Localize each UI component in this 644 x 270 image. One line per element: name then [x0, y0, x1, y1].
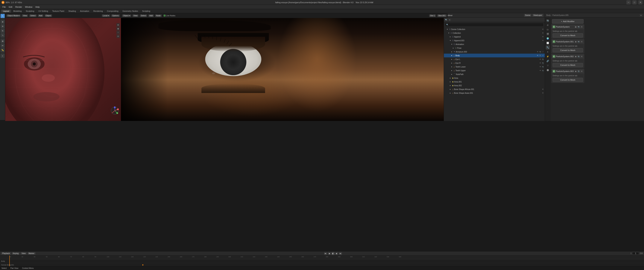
outliner-filter-btn[interactable]: 🔍 — [444, 18, 448, 21]
menu-render[interactable]: Render — [14, 6, 24, 9]
physics-properties-icon[interactable]: ⚡ — [546, 54, 550, 59]
modifier-2-delete[interactable]: ✕ — [580, 55, 583, 58]
outliner-teeth-lower[interactable]: ▸ △ Teeth Lower 👁 📷 — [444, 65, 545, 69]
minimize-button[interactable]: ─ — [626, 0, 630, 5]
current-frame-input[interactable] — [632, 252, 639, 255]
menu-file[interactable]: File — [1, 6, 7, 9]
marker-menu[interactable]: Marker — [28, 252, 36, 255]
move-tool-button[interactable]: ✛ — [0, 24, 5, 28]
outliner-scene-collection[interactable]: ▾ ⬡ Scene Collection 👁 — [444, 27, 545, 31]
eye-r-render[interactable]: 📷 — [542, 62, 544, 64]
bone-asian-vis[interactable]: 👁 — [542, 92, 544, 94]
view-layer-properties-icon[interactable]: 🗂 — [546, 27, 550, 32]
outliner-display-mode[interactable]: ≡ — [448, 18, 451, 21]
outliner-eye-l[interactable]: ▸ △ Eye L 👁 📷 — [444, 57, 545, 61]
outliner-bone-shape-asian[interactable]: ▸ △ Bone Shape Asian.001 👁 — [444, 91, 545, 95]
outliner-area[interactable]: ▸ ◉ Area — [444, 76, 545, 80]
modifier-3-realtime[interactable]: ◉ — [574, 70, 577, 73]
tab-uv-editing[interactable]: UV Editing — [36, 10, 50, 13]
tab-sculpting[interactable]: Sculpting — [24, 10, 36, 13]
modifier-1-render[interactable]: 📷 — [577, 40, 580, 43]
eye-l-render[interactable]: 📷 — [542, 58, 544, 60]
viewport-add-menu[interactable]: Add — [38, 15, 44, 17]
jump-end-button[interactable]: ⏭ — [339, 252, 342, 255]
material-properties-icon[interactable]: ⬤ — [546, 68, 550, 72]
modifier-properties-icon[interactable]: 🔧 — [546, 45, 550, 50]
outliner-animation[interactable]: ▾ ⬡ Animation — [444, 42, 545, 46]
outliner-nutspath[interactable]: ▸ ⌒ NutsPath — [444, 72, 545, 76]
keying-menu[interactable]: Keying — [12, 252, 20, 255]
outliner-eye-r[interactable]: ▸ △ Eye R 👁 📷 — [444, 61, 545, 65]
scene-selector[interactable]: Scene — [524, 14, 532, 17]
modifier-1-convert-btn[interactable]: Convert to Mesh — [553, 48, 583, 52]
modifier-2-header[interactable]: ✦ ParticleSystem.002 ◉ 📷 ✕ — [552, 54, 584, 59]
menu-edit[interactable]: Edit — [8, 6, 14, 9]
tab-modeling[interactable]: Modeling — [12, 10, 24, 13]
rendered-skin-button[interactable]: Skin.001 — [437, 15, 447, 17]
viewport-gizmo-left[interactable]: X Y Z — [110, 106, 120, 115]
constraints-properties-icon[interactable]: 🔗 — [546, 59, 550, 63]
menu-window[interactable]: Window — [24, 6, 34, 9]
outliner-area-002[interactable]: ▸ ◉ Area.002 — [444, 84, 545, 87]
close-button[interactable]: ✕ — [638, 0, 642, 5]
eye-r-vis[interactable]: 👁 — [539, 62, 542, 64]
live-nodes-checkbox[interactable] — [164, 15, 166, 17]
viewport-view-menu[interactable]: View — [22, 15, 28, 17]
modifier-0-render[interactable]: 📷 — [577, 26, 580, 28]
viewport-display-mode[interactable]: ⊞ — [116, 23, 120, 27]
modifier-1-delete[interactable]: ✕ — [580, 40, 583, 43]
viewport-3d-canvas-left[interactable]: ⊞ ◉ ○ ◎ X Y Z — [5, 18, 121, 121]
outliner-append[interactable]: ▸ ⬡ Append 👁 — [444, 35, 545, 39]
scale-tool-button[interactable]: ⤡ — [0, 33, 5, 37]
particles-properties-icon[interactable]: ✦ — [546, 50, 550, 54]
rendered-add-menu[interactable]: Add — [148, 15, 154, 17]
viewlayer-selector[interactable]: ViewLayer — [532, 14, 543, 17]
teeth-lower-render[interactable]: 📷 — [542, 66, 544, 68]
modifier-2-convert-btn[interactable]: Convert to Mesh — [553, 63, 583, 67]
visibility-icon[interactable]: 👁 — [542, 28, 544, 30]
select-tool-button[interactable]: ↖ — [0, 14, 5, 18]
jump-start-button[interactable]: ⏮ — [324, 252, 327, 255]
armature-sel-icon[interactable]: ↗ — [542, 51, 544, 53]
rendered-select-menu[interactable]: Select — [140, 15, 147, 17]
tab-scripting[interactable]: Scripting — [140, 10, 152, 13]
tab-animation[interactable]: Animation — [78, 10, 91, 13]
object-properties-icon[interactable]: ⬜ — [546, 41, 550, 45]
outliner-bone-shape-african[interactable]: ▸ △ Bone Shape African.001 👁 — [444, 87, 545, 91]
measure-tool-button[interactable]: 📏 — [0, 48, 5, 52]
step-back-button[interactable]: ◀ — [328, 252, 331, 255]
modifier-1-header[interactable]: ✦ ParticleSystem.001 ◉ 📷 ✕ — [552, 39, 584, 44]
add-modifier-button[interactable]: + Add Modifier — [552, 19, 584, 24]
modifier-2-render[interactable]: 📷 — [577, 55, 580, 58]
maximize-button[interactable]: □ — [632, 0, 636, 5]
body-vis-icon[interactable]: 👁 — [536, 54, 539, 57]
tab-layout[interactable]: Layout — [1, 10, 11, 13]
outliner-pose[interactable]: ▸ ⬡ Pose — [444, 46, 545, 50]
viewport-orientation-dropdown[interactable]: Local ▾ — [102, 15, 110, 17]
tab-rendering[interactable]: Rendering — [91, 10, 105, 13]
outliner-armature[interactable]: ▸ ✦ Armature.003 👁 📷 ↗ — [444, 50, 545, 54]
collection-visibility-icon[interactable]: 👁 — [542, 32, 544, 34]
tab-geometry-nodes[interactable]: Geometry Nodes — [120, 10, 140, 13]
rendered-view-mode[interactable]: Object ▾ — [122, 15, 131, 17]
outliner-teeth-upper[interactable]: ▸ △ Teeth Upper 👁 📷 — [444, 69, 545, 72]
viewport-shading-rendered[interactable]: ◎ — [116, 35, 120, 38]
timeline-needle[interactable] — [9, 255, 10, 267]
viewport-options-button[interactable]: Options — [111, 15, 120, 17]
output-properties-icon[interactable]: 🖨 — [546, 23, 550, 27]
properties-options-button[interactable]: ≡ — [640, 14, 642, 17]
scene-properties-icon[interactable]: 🎬 — [546, 32, 550, 36]
rendered-view-canvas[interactable] — [121, 18, 448, 121]
modifier-0-delete[interactable]: ✕ — [580, 26, 583, 28]
outliner-body[interactable]: ▸ △ Body 👁 📷 ↗ — [444, 54, 545, 57]
cursor-tool-button[interactable]: ⊕ — [0, 20, 5, 24]
annotate-tool-button[interactable]: ✏ — [0, 44, 5, 48]
viewport-3d-left[interactable]: Object Mode ▾ View Select Add Object Loc… — [5, 13, 121, 121]
bone-african-vis[interactable]: 👁 — [542, 88, 544, 90]
modifier-0-convert-btn[interactable]: Convert to Mesh — [553, 33, 583, 38]
modifier-3-delete[interactable]: ✕ — [580, 70, 583, 73]
teeth-upper-render[interactable]: 📷 — [542, 69, 544, 72]
outliner-collection[interactable]: ▾ ⬡ Collection 👁 — [444, 31, 545, 35]
rendered-slot-button[interactable]: Slot 1 — [429, 15, 436, 17]
transform-tool-button[interactable]: ⊞ — [0, 39, 5, 43]
